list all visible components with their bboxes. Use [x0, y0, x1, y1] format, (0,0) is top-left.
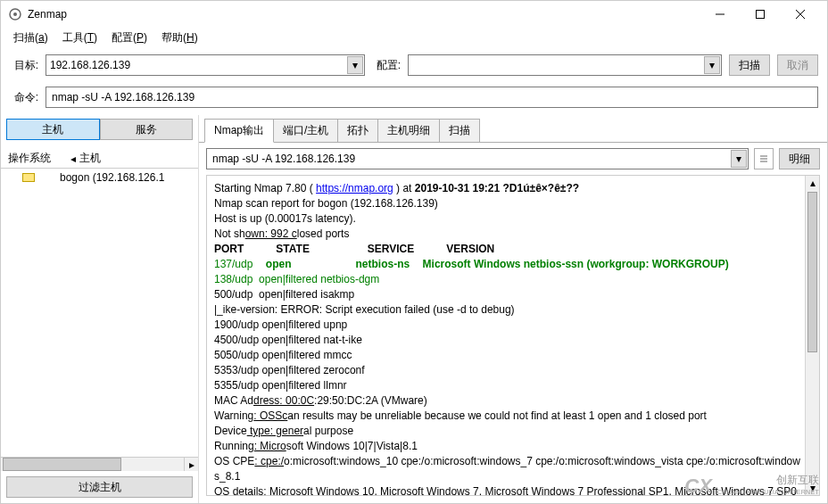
- profile-input[interactable]: [408, 54, 722, 76]
- tab-ports-hosts[interactable]: 端口/主机: [273, 119, 338, 143]
- output-scan-select[interactable]: [206, 148, 749, 169]
- nmap-output: Starting Nmap 7.80 ( https://nmap.org ) …: [206, 175, 820, 496]
- menu-scan[interactable]: 扫描(a): [8, 29, 54, 47]
- scrollbar-thumb[interactable]: [807, 192, 817, 352]
- profile-label: 配置:: [372, 58, 401, 73]
- watermark-logo-icon: CX: [684, 480, 712, 492]
- host-os-icon: [22, 173, 35, 182]
- minimize-button[interactable]: [700, 1, 740, 28]
- menubar: 扫描(a) 工具(T) 配置(P) 帮助(H): [1, 28, 827, 47]
- command-row: 命令:: [1, 83, 827, 115]
- tab-topology[interactable]: 拓扑: [337, 119, 378, 143]
- tab-scans[interactable]: 扫描: [439, 119, 480, 143]
- output-control-row: ▾ 明细: [199, 143, 827, 175]
- scan-button[interactable]: 扫描: [729, 54, 770, 76]
- col-os[interactable]: 操作系统: [8, 151, 51, 166]
- list-item[interactable]: bogon (192.168.126.1: [1, 169, 198, 186]
- svg-point-1: [13, 12, 17, 16]
- right-pane: Nmap输出 端口/主机 拓扑 主机明细 扫描 ▾ 明细 Starting Nm…: [199, 115, 827, 503]
- target-input[interactable]: [46, 54, 365, 76]
- maximize-button[interactable]: [740, 1, 780, 28]
- svg-point-0: [10, 9, 21, 20]
- hosts-tab-button[interactable]: 主机: [6, 119, 100, 140]
- left-pane: 主机 服务 操作系统 ◂主机 bogon (192.168.126.1 ▸ 过滤…: [1, 115, 199, 503]
- command-label: 命令:: [10, 90, 38, 105]
- nmap-link[interactable]: https://nmap.org: [316, 182, 393, 194]
- target-dropdown-arrow[interactable]: ▾: [347, 56, 363, 74]
- cancel-button[interactable]: 取消: [777, 54, 818, 76]
- output-options-button[interactable]: [754, 148, 774, 169]
- scroll-right-arrow[interactable]: ▸: [184, 458, 198, 471]
- services-tab-button[interactable]: 服务: [100, 119, 194, 140]
- scrollbar-thumb[interactable]: [3, 458, 121, 471]
- tab-host-details[interactable]: 主机明细: [377, 119, 440, 143]
- filter-hosts-button[interactable]: 过滤主机: [6, 476, 193, 498]
- svg-line-4: [796, 10, 805, 19]
- host-list-hscrollbar[interactable]: ▸: [1, 457, 198, 471]
- main: 主机 服务 操作系统 ◂主机 bogon (192.168.126.1 ▸ 过滤…: [1, 115, 827, 503]
- svg-rect-3: [756, 11, 764, 19]
- host-list: bogon (192.168.126.1: [1, 169, 198, 457]
- details-button[interactable]: 明细: [779, 148, 820, 169]
- window-title: Zenmap: [28, 8, 700, 21]
- target-label: 目标:: [10, 58, 38, 73]
- command-input[interactable]: [46, 87, 818, 108]
- titlebar: Zenmap: [1, 1, 827, 28]
- output-select-arrow[interactable]: ▾: [731, 150, 747, 168]
- menu-profile[interactable]: 配置(P): [106, 29, 153, 47]
- output-vscrollbar[interactable]: ▴ ▾: [805, 176, 819, 495]
- svg-line-5: [796, 10, 805, 19]
- sort-arrow-icon: ◂: [70, 153, 76, 165]
- menu-help[interactable]: 帮助(H): [156, 29, 203, 47]
- toolbar: 目标: ▾ 配置: ▾ 扫描 取消: [1, 47, 827, 83]
- tab-nmap-output[interactable]: Nmap输出: [204, 119, 274, 143]
- tabs: Nmap输出 端口/主机 拓扑 主机明细 扫描: [199, 115, 827, 143]
- output-text[interactable]: Starting Nmap 7.80 ( https://nmap.org ) …: [207, 176, 819, 496]
- host-list-header: 操作系统 ◂主机: [1, 149, 198, 169]
- scroll-up-arrow[interactable]: ▴: [806, 176, 819, 190]
- menu-tools[interactable]: 工具(T): [57, 29, 103, 47]
- close-button[interactable]: [780, 1, 820, 28]
- col-host[interactable]: 主机: [79, 151, 101, 166]
- profile-dropdown-arrow[interactable]: ▾: [704, 56, 720, 74]
- host-label: bogon (192.168.126.1: [60, 171, 164, 184]
- watermark: CX 创新互联 CHUANGXIN HULIAN INTERNET: [684, 474, 819, 499]
- app-icon: [8, 7, 22, 21]
